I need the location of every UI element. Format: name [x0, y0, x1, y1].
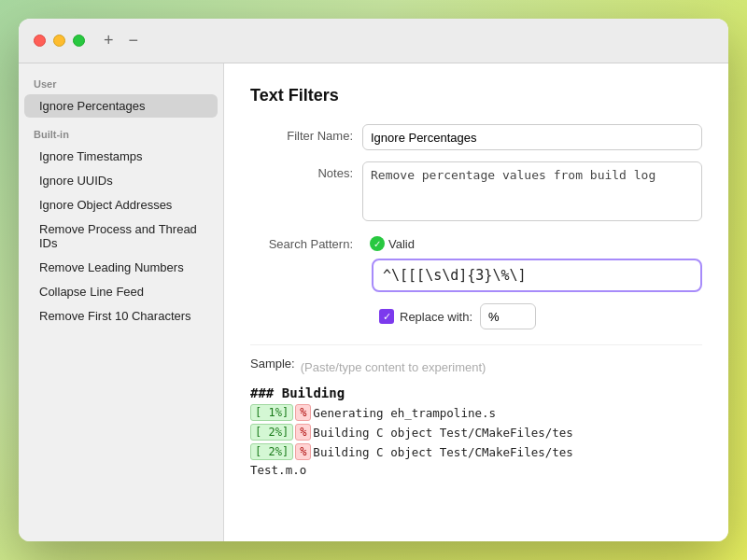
page-title: Text Filters — [250, 86, 702, 105]
replace-label: Replace with: — [400, 310, 472, 324]
main-content: User Ignore Percentages Built-in Ignore … — [19, 63, 728, 541]
notes-input[interactable]: Remove percentage values from build log — [362, 161, 702, 221]
main-window: + − User Ignore Percentages Built-in Ign… — [19, 19, 728, 541]
filter-name-label: Filter Name: — [250, 124, 362, 143]
tag-green-3: [ 2%] — [250, 443, 293, 460]
tag-green-1: [ 1%] — [250, 404, 293, 421]
sidebar: User Ignore Percentages Built-in Ignore … — [19, 63, 224, 541]
notes-row: Notes: Remove percentage values from bui… — [250, 161, 702, 221]
tag-green-2: [ 2%] — [250, 424, 293, 441]
sample-line-3: [ 2%] % Building C object Test/CMakeFile… — [250, 443, 702, 460]
sidebar-item-collapse-line-feed[interactable]: Collapse Line Feed — [24, 280, 218, 303]
builtin-section-label: Built-in — [19, 125, 223, 144]
sample-hint: (Paste/type content to experiment) — [301, 360, 486, 374]
sample-text-3: Building C object Test/CMakeFiles/tes — [313, 445, 572, 459]
sidebar-item-ignore-timestamps[interactable]: Ignore Timestamps — [24, 145, 218, 168]
pattern-input-row — [250, 259, 702, 292]
filter-name-row: Filter Name: — [250, 124, 702, 150]
tag-red-2: % — [295, 424, 311, 441]
sidebar-item-ignore-percentages[interactable]: Ignore Percentages — [24, 94, 218, 118]
minimize-button[interactable] — [53, 35, 65, 47]
toolbar-icons: + − — [104, 31, 138, 50]
sample-content: ### Building [ 1%] % Generating eh_tramp… — [250, 385, 702, 477]
sample-heading: ### Building — [250, 385, 702, 400]
filter-name-input[interactable] — [362, 124, 702, 150]
valid-label: Valid — [388, 237, 415, 251]
sample-line-2: [ 2%] % Building C object Test/CMakeFile… — [250, 424, 702, 441]
content-area: Text Filters Filter Name: Notes: Remove … — [224, 63, 728, 541]
pattern-input[interactable] — [372, 259, 702, 292]
search-pattern-row: Search Pattern: ✓ Valid — [250, 236, 702, 251]
tag-red-1: % — [295, 404, 311, 421]
replace-row: ✓ Replace with: — [250, 303, 702, 329]
close-button[interactable] — [34, 35, 46, 47]
replace-checkbox-container: ✓ Replace with: — [379, 309, 472, 324]
titlebar: + − — [19, 19, 728, 63]
sample-footer: Test.m.o — [250, 463, 702, 477]
sample-text-2: Building C object Test/CMakeFiles/tes — [313, 426, 572, 440]
notes-label: Notes: — [250, 161, 362, 180]
add-icon[interactable]: + — [104, 31, 114, 50]
search-pattern-label: Search Pattern: — [250, 237, 362, 251]
sidebar-item-ignore-uuids[interactable]: Ignore UUIDs — [24, 169, 218, 192]
valid-badge: ✓ Valid — [370, 236, 415, 251]
sample-line-1: [ 1%] % Generating eh_trampoline.s — [250, 404, 702, 421]
sample-section: Sample: (Paste/type content to experimen… — [250, 344, 702, 477]
maximize-button[interactable] — [73, 35, 85, 47]
valid-icon: ✓ — [370, 236, 385, 251]
replace-input[interactable] — [480, 303, 536, 329]
user-section-label: User — [19, 75, 223, 93]
remove-icon[interactable]: − — [129, 31, 139, 50]
sample-label: Sample: — [250, 357, 295, 371]
sidebar-item-remove-leading-numbers[interactable]: Remove Leading Numbers — [24, 256, 218, 279]
sidebar-item-ignore-object-addresses[interactable]: Ignore Object Addresses — [24, 193, 218, 217]
sample-text-1: Generating eh_trampoline.s — [313, 406, 496, 420]
sidebar-item-remove-process-thread-ids[interactable]: Remove Process and Thread IDs — [24, 217, 218, 255]
tag-red-3: % — [295, 443, 311, 460]
sidebar-item-remove-first-10-chars[interactable]: Remove First 10 Characters — [24, 304, 218, 328]
replace-checkbox[interactable]: ✓ — [379, 309, 394, 324]
traffic-lights — [34, 35, 85, 47]
